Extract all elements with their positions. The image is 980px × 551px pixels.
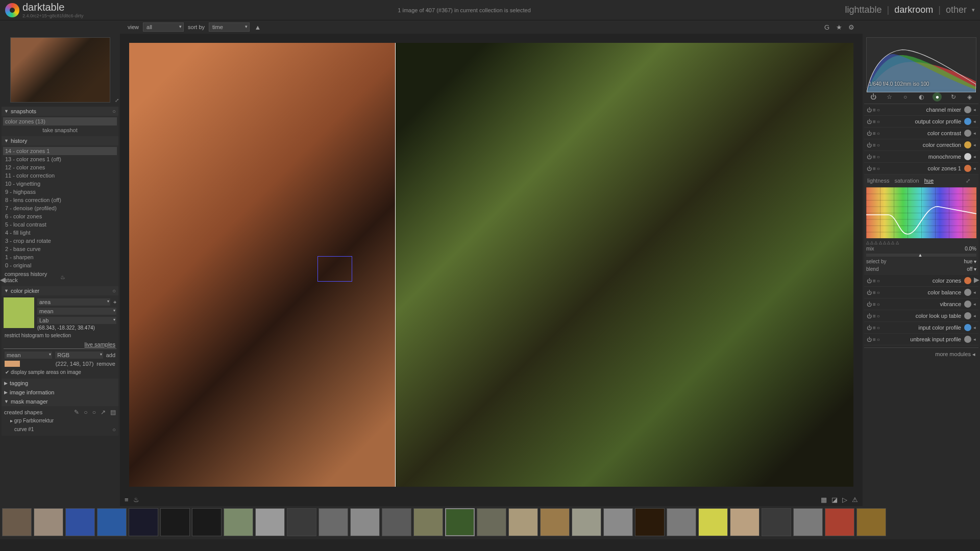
history-item[interactable]: 1 - sharpen <box>3 253 117 261</box>
nav-dropdown-icon[interactable]: ▾ <box>972 7 975 13</box>
add-sample-button[interactable]: add <box>106 352 115 358</box>
snapshots-header[interactable]: ▼ snapshots ○ <box>2 107 118 116</box>
history-item[interactable]: 9 - highpass <box>3 188 117 196</box>
reset-icon[interactable]: ○ <box>112 288 116 294</box>
module-row[interactable]: ⏻≡○color zones 1◂ <box>864 163 978 174</box>
filmstrip-thumb[interactable] <box>572 508 601 536</box>
filmstrip-thumb[interactable] <box>224 508 253 536</box>
sample-space-dropdown[interactable]: RGB <box>55 352 103 359</box>
filmstrip-thumb[interactable] <box>413 508 443 536</box>
filmstrip-thumb[interactable] <box>540 508 570 536</box>
gear-icon[interactable]: ⚙ <box>847 23 855 31</box>
nav-lighttable[interactable]: lighttable <box>845 5 882 15</box>
filmstrip-thumb[interactable] <box>698 508 728 536</box>
mask-manager-header[interactable]: ▼ mask manager <box>2 397 118 406</box>
star-icon[interactable]: ☆ <box>885 92 894 102</box>
image-info-header[interactable]: ▶ image information <box>2 388 118 397</box>
menu-icon[interactable]: ≡ <box>873 119 876 124</box>
module-row[interactable]: ⏻≡○vibrance◂ <box>864 298 978 310</box>
blend-dropdown[interactable]: off ▾ <box>967 266 976 272</box>
history-item[interactable]: 10 - vignetting <box>3 180 117 188</box>
circle-icon[interactable]: ○ <box>92 409 96 416</box>
power-icon[interactable]: ⏻ <box>869 92 878 102</box>
snapshot-split-line[interactable] <box>395 43 396 487</box>
enable-icon[interactable]: ⏻ <box>867 131 872 136</box>
view-dropdown[interactable]: all <box>143 22 184 32</box>
module-row[interactable]: ⏻≡○channel mixer◂ <box>864 104 978 116</box>
filmstrip[interactable] <box>0 506 980 539</box>
history-item[interactable]: 8 - lens correction (off) <box>3 196 117 204</box>
menu-icon[interactable]: ≡ <box>873 302 876 307</box>
styles-icon[interactable]: ♨ <box>133 496 139 504</box>
histogram[interactable]: 1/640 f/4.0 102mm iso 100 <box>866 37 976 88</box>
filmstrip-thumb[interactable] <box>2 508 32 536</box>
module-row[interactable]: ⏻≡○monochrome◂ <box>864 151 978 163</box>
filmstrip-thumb[interactable] <box>97 508 127 536</box>
color-picker-rect[interactable] <box>317 256 352 282</box>
eyedropper-icon[interactable]: ⌖ <box>113 299 116 306</box>
color-icon[interactable]: ● <box>933 92 942 102</box>
basic-icon[interactable]: ○ <box>901 92 910 102</box>
enable-icon[interactable]: ⏻ <box>867 290 872 295</box>
effects-icon[interactable]: ◈ <box>965 92 974 102</box>
picker-stat-dropdown[interactable]: mean <box>37 308 116 315</box>
module-row[interactable]: ⏻≡○color contrast◂ <box>864 128 978 139</box>
filmstrip-thumb[interactable] <box>350 508 380 536</box>
display-samples-checkbox[interactable]: ✔ <box>5 369 9 375</box>
menu-icon[interactable]: ≡ <box>873 313 876 319</box>
filmstrip-thumb[interactable] <box>793 508 823 536</box>
gamut-icon[interactable]: ▦ <box>821 496 827 504</box>
module-row[interactable]: ⏻≡○color correction◂ <box>864 139 978 151</box>
reset-icon[interactable]: ○ <box>112 108 116 114</box>
filmstrip-thumb[interactable] <box>318 508 348 536</box>
module-row[interactable]: ⏻≡○input color profile◂ <box>864 322 978 334</box>
filmstrip-thumb[interactable] <box>192 508 222 536</box>
tab-lightness[interactable]: lightness <box>867 178 889 184</box>
nav-thumbnail[interactable]: ⤢ <box>10 37 110 103</box>
menu-icon[interactable]: ≡ <box>873 107 876 113</box>
gradient-icon[interactable]: ▤ <box>110 409 116 416</box>
correction-icon[interactable]: ↻ <box>949 92 958 102</box>
picker-header[interactable]: ▼ color picker ○ <box>2 286 118 295</box>
expand-icon[interactable]: ⤢ <box>115 97 119 103</box>
filmstrip-thumb[interactable] <box>856 508 886 536</box>
history-item[interactable]: 3 - crop and rotate <box>3 237 117 245</box>
module-row[interactable]: ⏻≡○color zones◂ <box>864 275 978 287</box>
menu-icon[interactable]: ≡ <box>873 325 876 331</box>
history-item[interactable]: 11 - color correction <box>3 171 117 180</box>
history-item[interactable]: 2 - base curve <box>3 245 117 253</box>
warning-icon[interactable]: ⚠ <box>852 496 858 504</box>
module-row[interactable]: ⏻≡○color look up table◂ <box>864 310 978 322</box>
menu-icon[interactable]: ≡ <box>125 496 129 504</box>
filmstrip-thumb[interactable] <box>255 508 285 536</box>
select-by-dropdown[interactable]: hue ▾ <box>964 259 976 264</box>
tab-saturation[interactable]: saturation <box>894 178 919 184</box>
enable-icon[interactable]: ⏻ <box>867 142 872 148</box>
filmstrip-thumb[interactable] <box>382 508 411 536</box>
expand-icon[interactable]: ⤢ <box>966 178 970 184</box>
tagging-header[interactable]: ▶ tagging <box>2 379 118 388</box>
menu-icon[interactable]: ≡ <box>873 142 876 148</box>
history-item[interactable]: 7 - denoise (profiled) <box>3 204 117 212</box>
sort-direction-icon[interactable]: ▲ <box>254 23 262 31</box>
star-icon[interactable]: ★ <box>835 23 843 31</box>
nav-darkroom[interactable]: darkroom <box>894 5 933 15</box>
filmstrip-thumb[interactable] <box>667 508 696 536</box>
filmstrip-thumb[interactable] <box>287 508 316 536</box>
reset-icon[interactable]: ○ <box>112 427 116 433</box>
remove-sample-button[interactable]: remove <box>96 361 115 367</box>
enable-icon[interactable]: ⏻ <box>867 154 872 160</box>
nav-other[interactable]: other <box>946 5 967 15</box>
module-row[interactable]: ⏻≡○output color profile◂ <box>864 116 978 128</box>
filmstrip-thumb[interactable] <box>445 508 475 536</box>
g-icon[interactable]: G <box>823 23 831 31</box>
history-item[interactable]: 6 - color zones <box>3 212 117 220</box>
picker-space-dropdown[interactable]: Lab <box>37 317 116 324</box>
filmstrip-thumb[interactable] <box>762 508 791 536</box>
menu-icon[interactable]: ≡ <box>873 166 876 171</box>
history-item[interactable]: 12 - color zones <box>3 163 117 171</box>
picker-mode-dropdown[interactable]: area <box>37 298 110 306</box>
menu-icon[interactable]: ≡ <box>873 131 876 136</box>
history-item[interactable]: 4 - fill light <box>3 229 117 237</box>
module-row[interactable]: ⏻≡○color balance◂ <box>864 287 978 298</box>
